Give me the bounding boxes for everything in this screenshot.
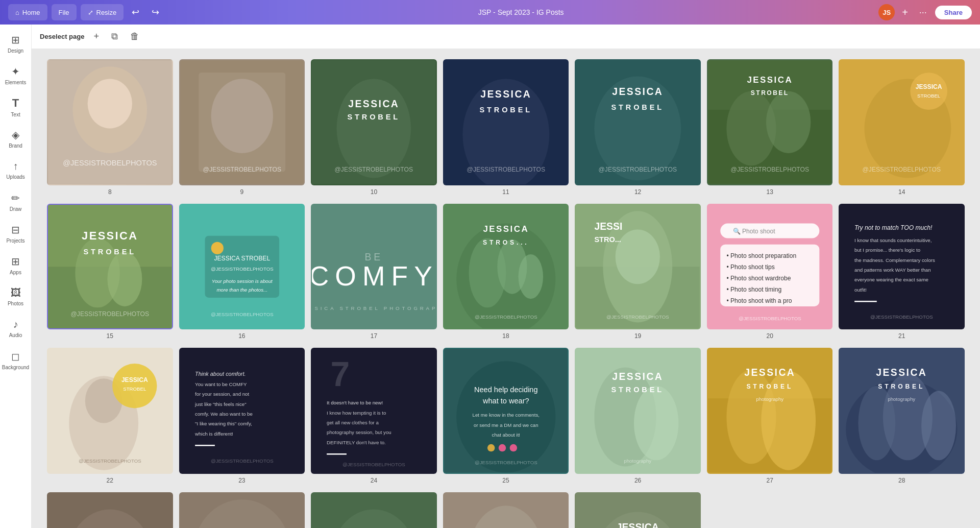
duplicate-page-button[interactable]: ⧉ (108, 29, 121, 44)
sidebar-item-audio[interactable]: ♪ Audio (2, 314, 30, 343)
svg-text:everyone wearing the exact sam: everyone wearing the exact same (855, 277, 929, 282)
page-thumb-12[interactable]: JESSICA STROBEL @JESSISTROBELPHOTOS (575, 59, 701, 185)
canvas-area: @JESSISTROBELPHOTOS 8 @JESSISTROBELPHOTO… (32, 49, 980, 528)
svg-text:photography: photography (888, 396, 916, 402)
svg-text:photography session, but you: photography session, but you (327, 430, 391, 436)
sidebar-item-text[interactable]: T Text (2, 92, 30, 122)
page-number: 16 (238, 332, 245, 340)
svg-text:just like "this feels nice": just like "this feels nice" (194, 401, 247, 407)
page-item: @JESSISTROBELPHOTOS 8 (47, 59, 173, 196)
page-thumb-11[interactable]: JESSICA STROBEL @JESSISTROBELPHOTOS (443, 59, 569, 185)
page-thumb-14[interactable]: JESSICA STROBEL @JESSISTROBELPHOTOS (839, 59, 965, 185)
page-thumb-9[interactable]: @JESSISTROBELPHOTOS (179, 59, 305, 185)
sidebar-item-projects[interactable]: ⊟ Projects (2, 219, 30, 248)
page-thumb-24[interactable]: 7 It doesn't have to be new! I know how … (311, 348, 437, 474)
page-thumb-29[interactable] (47, 492, 173, 528)
svg-text:which is different!: which is different! (194, 431, 233, 437)
svg-text:You want to be COMFY: You want to be COMFY (195, 381, 247, 387)
elements-icon: ✦ (11, 65, 20, 78)
svg-text:JESSICA: JESSICA (744, 367, 795, 378)
page-thumb-21[interactable]: Try not to match TOO much! I know that s… (839, 204, 965, 330)
svg-text:Think about comfort.: Think about comfort. (195, 371, 246, 377)
redo-button[interactable]: ↪ (148, 4, 163, 20)
deselect-bar: Deselect page + ⧉ 🗑 (32, 25, 980, 49)
page-item: 31 (311, 492, 437, 528)
home-button[interactable]: ⌂ Home (8, 4, 47, 20)
audio-icon: ♪ (13, 319, 18, 330)
svg-text:JESSICA: JESSICA (483, 224, 529, 234)
page-thumb-23[interactable]: Think about comfort. You want to be COMF… (179, 348, 305, 474)
page-item: JESSICA STROBEL @JESSISTROBELPHOTOS 15 (47, 204, 173, 340)
page-thumb-32[interactable] (443, 492, 569, 528)
page-thumb-10[interactable]: JESSICA STROBEL @JESSISTROBELPHOTOS (311, 59, 437, 185)
page-item: 32 (443, 492, 569, 528)
svg-text:JESSICA: JESSICA (82, 229, 138, 242)
page-thumb-30[interactable] (179, 492, 305, 528)
page-thumb-33[interactable]: JESSICA STROBEL (575, 492, 701, 528)
user-avatar[interactable]: JS (878, 4, 895, 20)
svg-text:Try not to match TOO much!: Try not to match TOO much! (855, 224, 933, 231)
sidebar-item-apps[interactable]: ⊞ Apps (2, 250, 30, 280)
document-title: JSP - Sept 2023 - IG Posts (167, 8, 874, 16)
resize-button[interactable]: ⤢ Resize (81, 4, 124, 20)
sidebar-item-draw[interactable]: ✏ Draw (2, 187, 30, 217)
sidebar-item-design[interactable]: ⊞ Design (2, 29, 30, 58)
sidebar-item-uploads[interactable]: ↑ Uploads (2, 155, 30, 185)
svg-text:STROBEL: STROBEL (123, 387, 146, 392)
sidebar-item-photos[interactable]: 🖼 Photos (2, 282, 30, 311)
sidebar: ⊞ Design ✦ Elements T Text ◈ Brand ↑ Upl… (0, 25, 32, 528)
svg-text:STROBEL: STROBEL (917, 93, 941, 99)
page-number: 13 (766, 188, 773, 196)
brand-icon: ◈ (12, 129, 19, 141)
svg-point-6 (211, 79, 273, 153)
page-number: 23 (238, 477, 245, 484)
page-thumb-22[interactable]: JESSICA STROBEL @JESSISTROBELPHOTOS (47, 348, 173, 474)
page-thumb-13[interactable]: JESSICA STROBEL @JESSISTROBELPHOTOS (707, 59, 833, 185)
page-item: 🔍 Photo shoot • Photo shoot preparation … (707, 204, 833, 340)
delete-page-button[interactable]: 🗑 (127, 29, 142, 44)
add-page-button[interactable]: + (90, 29, 102, 44)
svg-text:@JESSISTROBELPHOTOS: @JESSISTROBELPHOTOS (730, 166, 808, 173)
add-collaborator-button[interactable]: + (899, 6, 911, 19)
svg-text:JESSICA: JESSICA (876, 367, 927, 378)
svg-text:chat about it!: chat about it! (492, 432, 520, 438)
page-thumb-16[interactable]: JESSICA STROBEL @JESSISTROBELPHOTOS Your… (179, 204, 305, 330)
sidebar-item-elements[interactable]: ✦ Elements (2, 60, 30, 90)
page-thumb-17[interactable]: BE COMFY JESSICA STROBEL PHOTOGRAPHY (311, 204, 437, 330)
svg-text:JESSICA STROBEL PHOTOGRAPHY: JESSICA STROBEL PHOTOGRAPHY (312, 305, 436, 311)
sidebar-item-background[interactable]: ◻ Background (2, 345, 30, 375)
more-options-button[interactable]: ··· (915, 4, 931, 20)
page-thumb-31[interactable] (311, 492, 437, 528)
svg-text:• Photo shoot tips: • Photo shoot tips (726, 263, 774, 271)
svg-text:@JESSISTROBELPHOTOS: @JESSISTROBELPHOTOS (342, 462, 405, 468)
svg-text:• Photo shoot preparation: • Photo shoot preparation (726, 252, 796, 259)
photos-icon: 🖼 (11, 287, 21, 299)
share-button[interactable]: Share (935, 6, 972, 19)
page-thumb-8[interactable]: @JESSISTROBELPHOTOS (47, 59, 173, 185)
page-thumb-28[interactable]: JESSICA STROBEL photography (839, 348, 965, 474)
svg-text:@JESSISTROBELPHOTOS: @JESSISTROBELPHOTOS (71, 310, 149, 318)
page-thumb-25[interactable]: Need help deciding what to wear? Let me … (443, 348, 569, 474)
svg-text:but I promise... there's logic: but I promise... there's logic to (855, 247, 921, 253)
svg-text:@JESSISTROBELPHOTOS: @JESSISTROBELPHOTOS (79, 458, 141, 464)
svg-text:@JESSISTROBELPHOTOS: @JESSISTROBELPHOTOS (870, 314, 933, 320)
svg-text:JESSICA STROBEL: JESSICA STROBEL (214, 255, 270, 262)
page-thumb-27[interactable]: JESSICA STROBEL photography (707, 348, 833, 474)
svg-text:Need help deciding: Need help deciding (474, 386, 538, 394)
page-thumb-19[interactable]: JESSI STRO... @JESSISTROBELPHOTOS (575, 204, 701, 330)
svg-text:@JESSISTROBELPHOTOS: @JESSISTROBELPHOTOS (210, 266, 273, 271)
svg-text:more than the photos...: more than the photos... (216, 286, 267, 292)
sidebar-item-brand[interactable]: ◈ Brand (2, 124, 30, 153)
svg-text:@JESSISTROBELPHOTOS: @JESSISTROBELPHOTOS (210, 458, 273, 464)
page-thumb-26[interactable]: JESSICA STROBEL photography (575, 348, 701, 474)
page-thumb-15[interactable]: JESSICA STROBEL @JESSISTROBELPHOTOS (47, 204, 173, 330)
pages-grid: @JESSISTROBELPHOTOS 8 @JESSISTROBELPHOTO… (47, 59, 965, 528)
page-thumb-20[interactable]: 🔍 Photo shoot • Photo shoot preparation … (707, 204, 833, 330)
page-thumb-18[interactable]: JESSICA STROS... @JESSISTROBELPHOTOS (443, 204, 569, 330)
svg-text:@JESSISTROBELPHOTOS: @JESSISTROBELPHOTOS (203, 166, 281, 173)
undo-button[interactable]: ↩ (128, 4, 143, 20)
svg-point-40 (107, 252, 142, 306)
svg-text:COMFY: COMFY (312, 260, 436, 291)
page-item: JESSI STRO... @JESSISTROBELPHOTOS 19 (575, 204, 701, 340)
file-button[interactable]: File (52, 4, 77, 20)
